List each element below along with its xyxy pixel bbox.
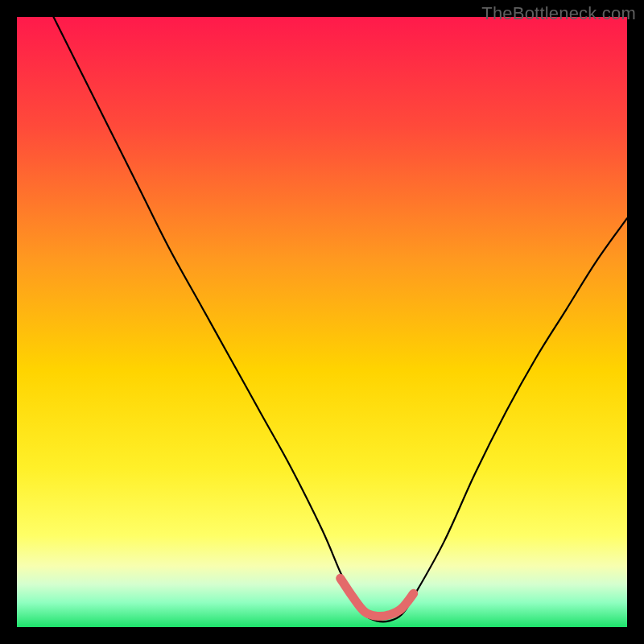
bottleneck-chart <box>17 17 627 627</box>
plot-area <box>17 17 627 627</box>
gradient-background <box>17 17 627 627</box>
chart-frame: TheBottleneck.com <box>0 0 644 644</box>
watermark-label: TheBottleneck.com <box>481 3 636 24</box>
